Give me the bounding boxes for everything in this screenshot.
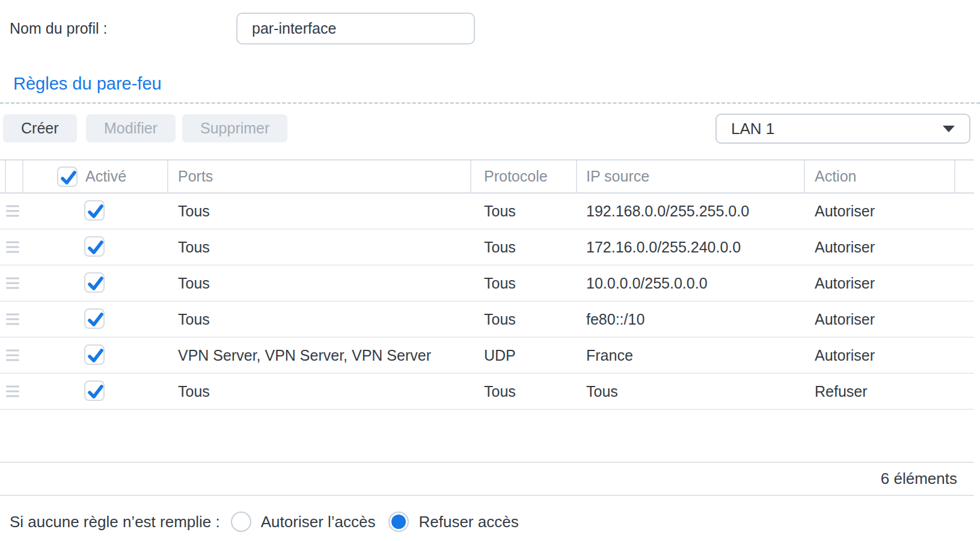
- header-separator: [804, 160, 805, 192]
- table-row[interactable]: Tous Tous fe80::/10 Autoriser: [0, 302, 974, 338]
- source-ip-cell: 172.16.0.0/255.240.0.0: [586, 230, 741, 264]
- drag-handle-icon[interactable]: [6, 242, 19, 253]
- dashed-divider: [0, 102, 980, 104]
- source-ip-cell: fe80::/10: [586, 302, 645, 337]
- delete-button[interactable]: Supprimer: [182, 114, 287, 142]
- action-cell: Autoriser: [815, 194, 875, 228]
- table-row[interactable]: VPN Server, VPN Server, VPN Server UDP F…: [0, 338, 974, 374]
- table-header: Activé Ports Protocole IP source Action: [0, 159, 974, 194]
- allow-access-label: Autoriser l’accès: [261, 513, 376, 531]
- header-separator: [576, 160, 577, 192]
- profile-name-input[interactable]: [236, 13, 475, 44]
- action-cell: Autoriser: [815, 338, 875, 373]
- source-ip-cell: 10.0.0.0/255.0.0.0: [586, 266, 708, 301]
- deny-access-radio[interactable]: [388, 512, 409, 532]
- create-button[interactable]: Créer: [3, 114, 77, 142]
- column-header-protocol: Protocole: [484, 160, 548, 192]
- interface-select[interactable]: LAN 1: [715, 114, 970, 144]
- checkmark-icon: [60, 169, 78, 187]
- select-all-checkbox[interactable]: [57, 167, 78, 187]
- drag-handle-icon[interactable]: [6, 278, 19, 289]
- checkmark-icon: [87, 203, 105, 221]
- protocol-cell: Tous: [484, 302, 516, 337]
- interface-select-value: LAN 1: [731, 120, 774, 138]
- default-policy-row: Si aucune règle n’est remplie : Autorise…: [10, 509, 532, 535]
- rule-enabled-checkbox[interactable]: [84, 344, 105, 365]
- ports-cell: Tous: [178, 374, 210, 409]
- ports-cell: Tous: [178, 194, 210, 228]
- header-separator: [954, 160, 955, 192]
- checkmark-icon: [87, 239, 105, 257]
- checkmark-icon: [87, 347, 105, 365]
- drag-handle-icon[interactable]: [6, 350, 19, 361]
- rule-enabled-checkbox[interactable]: [84, 200, 105, 221]
- checkmark-icon: [87, 275, 105, 293]
- table-row[interactable]: Tous Tous 192.168.0.0/255.255.0.0 Autori…: [0, 194, 974, 230]
- table-row[interactable]: Tous Tous Tous Refuser: [0, 374, 974, 410]
- source-ip-cell: France: [586, 338, 633, 373]
- table-body: Tous Tous 192.168.0.0/255.255.0.0 Autori…: [0, 194, 974, 410]
- modify-button[interactable]: Modifier: [86, 114, 176, 142]
- action-cell: Autoriser: [815, 302, 875, 337]
- drag-handle-icon[interactable]: [6, 206, 19, 217]
- protocol-cell: Tous: [484, 194, 516, 228]
- ports-cell: Tous: [178, 266, 210, 301]
- ports-cell: VPN Server, VPN Server, VPN Server: [178, 338, 431, 373]
- column-header-enabled: Activé: [85, 160, 126, 192]
- source-ip-cell: Tous: [586, 374, 618, 409]
- drag-handle-icon[interactable]: [6, 314, 19, 325]
- ports-cell: Tous: [178, 230, 210, 264]
- table-row[interactable]: Tous Tous 172.16.0.0/255.240.0.0 Autoris…: [0, 230, 974, 266]
- protocol-cell: Tous: [484, 374, 516, 409]
- profile-name-label: Nom du profil :: [10, 20, 108, 37]
- header-separator: [22, 160, 23, 192]
- rule-enabled-checkbox[interactable]: [84, 308, 105, 329]
- rule-enabled-checkbox[interactable]: [84, 236, 105, 257]
- firewall-rules-panel: Nom du profil : Règles du pare-feu Créer…: [0, 0, 980, 541]
- default-policy-label: Si aucune règle n’est remplie :: [10, 513, 220, 531]
- source-ip-cell: 192.168.0.0/255.255.0.0: [586, 194, 749, 228]
- rule-enabled-checkbox[interactable]: [84, 272, 105, 293]
- checkmark-icon: [87, 311, 105, 329]
- table-row[interactable]: Tous Tous 10.0.0.0/255.0.0.0 Autoriser: [0, 266, 974, 302]
- protocol-cell: UDP: [484, 338, 516, 373]
- column-header-source-ip: IP source: [586, 160, 649, 192]
- action-cell: Autoriser: [815, 266, 875, 301]
- header-separator: [5, 160, 6, 192]
- action-cell: Refuser: [815, 374, 868, 409]
- action-cell: Autoriser: [815, 230, 875, 264]
- protocol-cell: Tous: [484, 266, 516, 301]
- deny-access-label: Refuser accès: [418, 513, 518, 531]
- firewall-rules-heading: Règles du pare-feu: [13, 74, 162, 94]
- header-separator: [470, 160, 471, 192]
- protocol-cell: Tous: [484, 230, 516, 264]
- checkmark-icon: [87, 383, 105, 401]
- status-bar: 6 éléments: [0, 462, 974, 496]
- column-header-ports: Ports: [178, 160, 213, 192]
- item-count: 6 éléments: [881, 469, 957, 488]
- chevron-down-icon: [943, 126, 955, 132]
- drag-handle-icon[interactable]: [6, 386, 19, 397]
- header-separator: [167, 160, 168, 192]
- ports-cell: Tous: [178, 302, 210, 337]
- allow-access-radio[interactable]: [231, 512, 251, 532]
- rule-enabled-checkbox[interactable]: [84, 381, 105, 401]
- column-header-action: Action: [815, 160, 856, 192]
